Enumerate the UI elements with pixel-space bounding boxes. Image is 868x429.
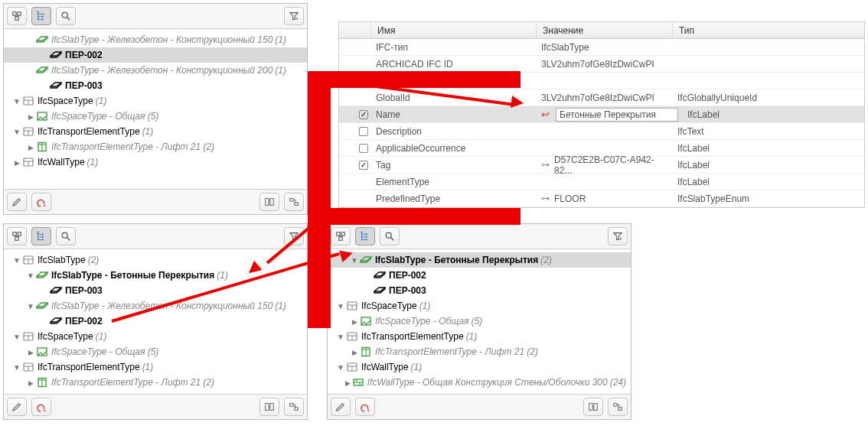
new-structure-button[interactable] [7, 227, 27, 245]
assign1-icon [264, 197, 275, 207]
checkbox[interactable] [359, 161, 368, 170]
disclosure-triangle-icon[interactable] [27, 379, 34, 387]
disclosure-triangle-icon[interactable] [344, 379, 350, 387]
assign2-button[interactable] [608, 398, 628, 416]
tree-row[interactable]: IfcSpaceType(1) [4, 329, 307, 344]
checkbox[interactable] [359, 110, 368, 119]
tree-row[interactable]: IfcTransportElementType(1) [328, 329, 631, 344]
tree-item-label: IfcSlabType - Железобетон - Конструкцион… [51, 65, 272, 76]
tree-row[interactable]: IfcSpaceType - Общая(5) [328, 314, 631, 329]
disclosure-triangle-icon[interactable] [27, 302, 34, 310]
header-value[interactable]: Значение [537, 22, 673, 38]
link-icon: ⊶ [541, 160, 550, 170]
tree-body[interactable]: IfcSlabType - Железобетон - Конструкцион… [4, 29, 307, 189]
tree-view-button[interactable] [355, 227, 375, 245]
property-row[interactable]: IFC-типIfcSlabType [339, 39, 864, 56]
disclosure-triangle-icon[interactable] [27, 143, 34, 151]
disclosure-triangle-icon[interactable] [13, 363, 21, 372]
filter-button[interactable] [608, 227, 628, 245]
property-row[interactable]: ARCHICAD IFC ID3LV2uhm7ofGe8IzDwiCwPI [339, 56, 864, 73]
search-button[interactable] [56, 227, 76, 245]
disclosure-triangle-icon[interactable] [351, 317, 358, 326]
search-button[interactable] [56, 7, 76, 25]
checkbox[interactable] [359, 144, 368, 153]
property-row[interactable]: ElementTypeIfcLabel [339, 174, 864, 190]
disclosure-triangle-icon[interactable] [351, 348, 358, 356]
disclosure-triangle-icon[interactable] [27, 348, 34, 356]
edit-button[interactable] [7, 398, 27, 416]
wall-green-icon [352, 377, 364, 388]
tree-row[interactable]: IfcSlabType - Бетонные Перекрытия(2) [328, 252, 631, 268]
assign1-button[interactable] [259, 398, 279, 416]
tree-row[interactable]: IfcWallType(1) [4, 154, 307, 170]
toolbar-top [4, 224, 307, 249]
tree-row[interactable]: IfcSlabType - Железобетон - Конструкцион… [4, 32, 307, 47]
slab-green-icon [36, 65, 48, 76]
tree-row[interactable]: IfcTransportElementType - Лифт 21(2) [4, 139, 307, 154]
link-icon: ⊶ [541, 193, 550, 203]
undo-button[interactable] [31, 193, 51, 211]
tree-row[interactable]: IfcWallType(1) [328, 359, 631, 375]
tree-row[interactable]: ПЕР-002 [328, 268, 631, 283]
tree-row[interactable]: IfcSlabType(2) [4, 252, 307, 268]
new-structure-button[interactable] [7, 7, 27, 25]
tree-row[interactable]: IfcTransportElementType(1) [4, 359, 307, 375]
disclosure-triangle-icon[interactable] [27, 112, 34, 121]
tree-row[interactable]: ПЕР-003 [4, 283, 307, 298]
new-structure-button[interactable] [331, 227, 351, 245]
tree-panel-br: IfcSlabType - Бетонные Перекрытия(2)ПЕР-… [327, 223, 631, 420]
disclosure-triangle-icon[interactable] [13, 256, 21, 265]
property-row[interactable]: DescriptionIfcText [339, 123, 864, 140]
disclosure-triangle-icon[interactable] [13, 158, 21, 167]
undo-button[interactable] [31, 398, 51, 416]
header-blank[interactable] [339, 22, 371, 38]
tree-row[interactable]: IfcSpaceType(1) [328, 298, 631, 314]
tree-item-count: (1) [275, 34, 286, 45]
edit-button[interactable] [7, 193, 27, 211]
checkbox[interactable] [359, 127, 368, 136]
value-input[interactable]: Бетонные Перекрытия [556, 108, 678, 122]
disclosure-triangle-icon[interactable] [13, 128, 21, 136]
tree-row[interactable]: IfcSlabType - Железобетон - Конструкцион… [4, 63, 307, 78]
tree-view-button[interactable] [31, 7, 51, 25]
edit-button[interactable] [331, 398, 351, 416]
property-row[interactable]: Name↩Бетонные ПерекрытияIfcLabel [339, 106, 864, 123]
disclosure-triangle-icon[interactable] [337, 333, 344, 341]
disclosure-triangle-icon[interactable] [337, 302, 344, 310]
tree-row[interactable]: IfcSpaceType(1) [4, 93, 307, 109]
disclosure-triangle-icon[interactable] [337, 363, 344, 372]
assign2-button[interactable] [284, 398, 304, 416]
disclosure-triangle-icon[interactable] [13, 97, 21, 106]
tree-row[interactable]: ПЕР-003 [328, 283, 631, 298]
assign1-button[interactable] [259, 193, 279, 211]
value-text: FLOOR [554, 193, 586, 204]
undo-icon[interactable]: ↩ [541, 109, 550, 120]
tree-body[interactable]: IfcSlabType(2)IfcSlabType - Бетонные Пер… [4, 249, 307, 394]
tree-row[interactable]: ПЕР-002 [4, 47, 307, 63]
tree-row[interactable]: ПЕР-002 [4, 314, 307, 329]
undo-button[interactable] [355, 398, 375, 416]
header-type[interactable]: Тип [673, 22, 864, 38]
tree-row[interactable]: IfcTransportElementType - Лифт 21(2) [4, 375, 307, 390]
property-row[interactable]: PredefinedType⊶FLOORIfcSlabTypeEnum [339, 190, 864, 207]
tree-row[interactable]: IfcSpaceType - Общая(5) [4, 344, 307, 359]
tree-view-button[interactable] [31, 227, 51, 245]
tree-row[interactable]: ПЕР-003 [4, 78, 307, 93]
tree-row[interactable]: IfcWallType - Общая Конструкция Стены/Об… [328, 375, 631, 390]
tree-item-count: (1) [466, 331, 478, 342]
tree-row[interactable]: IfcTransportElementType - Лифт 21(2) [328, 344, 631, 359]
assign2-button[interactable] [284, 193, 304, 211]
disclosure-triangle-icon[interactable] [27, 271, 34, 280]
filter-button[interactable] [284, 7, 304, 25]
tree-item-label: IfcTransportElementType - Лифт 21 [51, 377, 201, 388]
header-name[interactable]: Имя [371, 22, 537, 38]
property-value[interactable]: ↩Бетонные Перекрытия [537, 106, 683, 122]
property-row[interactable]: Tag⊶D57C2E2B-C07C-A942-82...IfcLabel [339, 157, 864, 174]
tree-row[interactable]: IfcSpaceType - Общая(5) [4, 109, 307, 124]
disclosure-triangle-icon[interactable] [13, 333, 21, 341]
tree-body[interactable]: IfcSlabType - Бетонные Перекрытия(2)ПЕР-… [328, 249, 631, 394]
search-button[interactable] [380, 227, 400, 245]
tree-item-label: ПЕР-002 [65, 316, 103, 327]
tree-row[interactable]: IfcTransportElementType(1) [4, 124, 307, 139]
assign1-button[interactable] [583, 398, 603, 416]
